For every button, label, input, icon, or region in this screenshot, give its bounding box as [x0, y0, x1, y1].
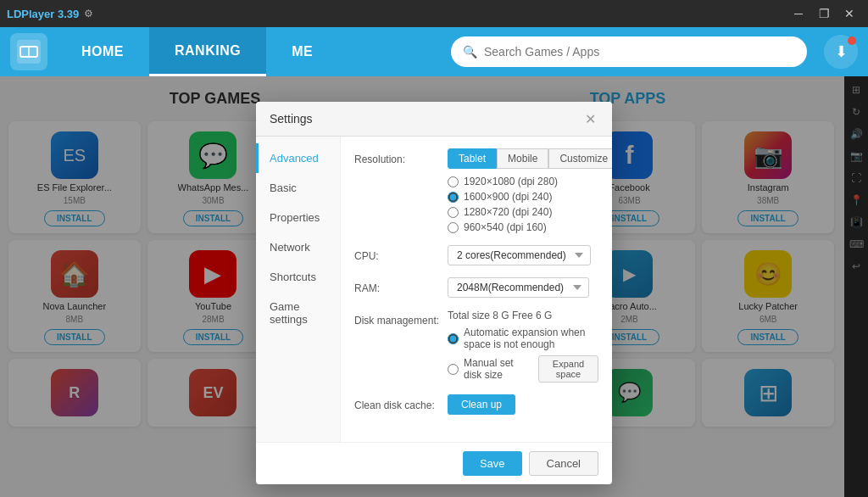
title-bar: LDPlayer 3.39 ⚙ ─ ❐ ✕ [0, 0, 868, 27]
save-button[interactable]: Save [463, 451, 522, 476]
search-input[interactable] [484, 45, 795, 59]
settings-dialog: Settings ✕ Advanced Basic Properties Net… [256, 102, 612, 484]
tab-mobile[interactable]: Mobile [497, 148, 548, 169]
menu-item-shortcuts[interactable]: Shortcuts [256, 262, 340, 292]
tab-tablet[interactable]: Tablet [448, 148, 497, 169]
ram-select[interactable]: 2048M(Recommended) [448, 277, 589, 298]
resolution-option-1600[interactable]: 1600×900 (dpi 240) [448, 191, 612, 203]
menu-item-advanced[interactable]: Advanced [256, 143, 340, 173]
cpu-select[interactable]: 2 cores(Recommended) [448, 245, 591, 265]
tab-ranking[interactable]: RANKING [149, 27, 266, 76]
resolution-label: Resolution: [354, 148, 448, 165]
clean-disk-setting: Clean disk cache: Clean up [354, 394, 598, 415]
title-bar-controls: ─ ❐ ✕ [787, 2, 861, 25]
close-button[interactable]: ✕ [837, 2, 861, 25]
resolution-option-960[interactable]: 960×540 (dpi 160) [448, 221, 612, 233]
nav-search-bar: 🔍 [451, 36, 807, 67]
main-content: TOP GAMES TOP APPS ES ES File Explorer..… [0, 76, 868, 497]
resolution-option-1280[interactable]: 1280×720 (dpi 240) [448, 206, 612, 218]
settings-overlay: Settings ✕ Advanced Basic Properties Net… [0, 76, 868, 497]
disk-setting: Disk management: Total size 8 G Free 6 G… [354, 310, 598, 383]
dialog-settings-content: Resolution: Tablet Mobile Customize 1920… [341, 137, 612, 442]
download-button[interactable]: ⬇ [824, 35, 858, 69]
dialog-header: Settings ✕ [256, 102, 612, 137]
dialog-body: Advanced Basic Properties Network Shortc… [256, 137, 612, 442]
resolution-option-1920[interactable]: 1920×1080 (dpi 280) [448, 176, 612, 187]
menu-item-properties[interactable]: Properties [256, 203, 340, 232]
resolution-setting: Resolution: Tablet Mobile Customize 1920… [354, 148, 598, 233]
ram-control: 2048M(Recommended) [448, 277, 598, 298]
disk-auto-option[interactable]: Automatic expansion when space is not en… [448, 327, 598, 350]
nav-logo [10, 33, 47, 70]
dialog-sidebar: Advanced Basic Properties Network Shortc… [256, 137, 341, 442]
menu-item-network[interactable]: Network [256, 232, 340, 262]
cpu-setting: CPU: 2 cores(Recommended) [354, 245, 598, 265]
dialog-title: Settings [270, 112, 313, 126]
tab-me[interactable]: ME [266, 27, 338, 76]
dialog-close-button[interactable]: ✕ [581, 110, 598, 127]
title-bar-left: LDPlayer 3.39 ⚙ [7, 8, 93, 20]
ram-label: RAM: [354, 277, 448, 294]
nav-bar: HOME RANKING ME 🔍 ⬇ [0, 27, 868, 76]
logo-icon [17, 40, 41, 64]
clean-disk-control: Clean up [448, 394, 598, 415]
disk-label: Disk management: [354, 310, 448, 327]
cpu-label: CPU: [354, 245, 448, 262]
clean-disk-label: Clean disk cache: [354, 394, 448, 411]
resolution-control: Tablet Mobile Customize 1920×1080 (dpi 2… [448, 148, 612, 233]
menu-item-basic[interactable]: Basic [256, 173, 340, 203]
search-icon: 🔍 [463, 45, 477, 59]
dialog-footer: Save Cancel [256, 442, 612, 484]
disk-radio-group: Automatic expansion when space is not en… [448, 327, 598, 383]
cpu-control: 2 cores(Recommended) [448, 245, 598, 265]
tab-home[interactable]: HOME [56, 27, 149, 76]
title-bar-icon: ⚙ [84, 8, 93, 20]
disk-control: Total size 8 G Free 6 G Automatic expans… [448, 310, 598, 383]
resolution-tabs: Tablet Mobile Customize [448, 148, 612, 169]
cleanup-button[interactable]: Clean up [448, 394, 515, 415]
app-logo: LDPlayer 3.39 [7, 8, 79, 20]
restore-button[interactable]: ❐ [812, 2, 836, 25]
nav-tabs: HOME RANKING ME [56, 27, 434, 76]
resolution-radio-group: 1920×1080 (dpi 280) 1600×900 (dpi 240) 1… [448, 176, 612, 233]
ram-setting: RAM: 2048M(Recommended) [354, 277, 598, 298]
expand-space-button[interactable]: Expand space [538, 355, 598, 383]
minimize-button[interactable]: ─ [787, 2, 810, 25]
disk-manual-option[interactable]: Manual set disk size Expand space [448, 355, 598, 383]
disk-info: Total size 8 G Free 6 G [448, 310, 598, 321]
menu-item-game-settings[interactable]: Game settings [256, 292, 340, 334]
download-badge [848, 36, 856, 45]
cancel-button[interactable]: Cancel [529, 451, 598, 476]
tab-customize[interactable]: Customize [548, 148, 612, 169]
